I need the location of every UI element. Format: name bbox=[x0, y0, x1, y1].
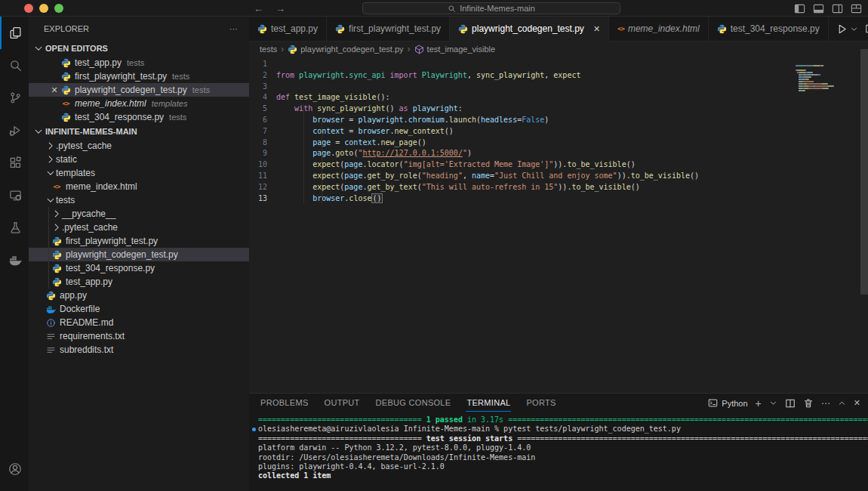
python-icon bbox=[717, 24, 727, 34]
editor-scrollbar[interactable] bbox=[860, 49, 868, 295]
tree-item-meme_index.html[interactable]: <>meme_index.html bbox=[29, 180, 249, 193]
tab-test_304_response.py[interactable]: test_304_response.py bbox=[709, 17, 829, 41]
tab-test_app.py[interactable]: test_app.py bbox=[249, 17, 327, 41]
split-editor-icon[interactable] bbox=[865, 23, 868, 34]
extensions-icon bbox=[9, 156, 22, 169]
minimap[interactable] bbox=[796, 63, 856, 92]
open-editor-meme_index.html[interactable]: <>meme_index.htmltemplates bbox=[29, 97, 249, 110]
tree-item-requirements.txt[interactable]: requirements.txt bbox=[29, 329, 249, 343]
code-line-6: 6 browser = playwright.chromium.launch(h… bbox=[249, 115, 868, 126]
breadcrumb-item-test_image_visible[interactable]: test_image_visible bbox=[414, 45, 496, 54]
close-panel-icon[interactable]: ✕ bbox=[854, 399, 860, 407]
tab-first_playwright_test.py[interactable]: first_playwright_test.py bbox=[327, 17, 450, 41]
terminal-line-2: olesiasheremeta@airuzivlaolesia Infinite… bbox=[258, 425, 868, 434]
accounts-button[interactable] bbox=[0, 452, 29, 485]
zoom-window-button[interactable] bbox=[54, 4, 63, 13]
activity-bar-item-source-control-icon[interactable] bbox=[0, 82, 29, 114]
tab-meme_index.html[interactable]: <>meme_index.html bbox=[609, 17, 709, 41]
panel-tab-ports[interactable]: PORTS bbox=[525, 394, 556, 412]
activity-bar-item-extensions-icon[interactable] bbox=[0, 147, 29, 179]
code-line-11: 11 expect(page.get_by_role("heading", na… bbox=[249, 171, 868, 182]
command-decoration-dot[interactable] bbox=[252, 428, 256, 431]
tree-root-header[interactable]: INFINITE-MEMES-MAIN bbox=[29, 124, 249, 139]
open-editors-header[interactable]: OPEN EDITORS bbox=[29, 41, 249, 56]
tree-item-test_304_response.py[interactable]: test_304_response.py bbox=[29, 261, 249, 275]
open-editor-first_playwright_test.py[interactable]: first_playwright_test.pytests bbox=[29, 69, 249, 83]
line-number: 4 bbox=[249, 92, 276, 103]
activity-bar-item-testing-icon[interactable] bbox=[0, 212, 29, 244]
command-center-search[interactable]: Infinite-Memes-main bbox=[362, 2, 620, 14]
maximize-panel-icon[interactable] bbox=[838, 399, 846, 407]
tree-item-playwright_codegen_test.py[interactable]: playwright_codegen_test.py bbox=[29, 248, 249, 261]
python-icon bbox=[51, 277, 62, 287]
python-icon bbox=[458, 24, 468, 34]
terminal-line-3: ==================================== tes… bbox=[258, 434, 868, 443]
tree-item-tests[interactable]: tests bbox=[29, 193, 249, 207]
tree-item-templates[interactable]: templates bbox=[29, 166, 249, 180]
code-line-1: 1 bbox=[249, 59, 868, 70]
split-terminal-icon[interactable] bbox=[785, 398, 796, 409]
python-icon bbox=[51, 264, 62, 273]
list-icon bbox=[45, 345, 56, 355]
panel-tab-debug-console[interactable]: DEBUG CONSOLE bbox=[375, 394, 452, 412]
breadcrumb-item-tests[interactable]: tests bbox=[260, 45, 277, 54]
panel-more-actions[interactable]: ⋯ bbox=[821, 399, 830, 408]
toggle-sidebar-icon[interactable] bbox=[794, 3, 805, 14]
tree-item-app.py[interactable]: app.py bbox=[29, 289, 249, 302]
toggle-secondary-sidebar-icon[interactable] bbox=[832, 3, 843, 14]
python-icon bbox=[60, 85, 71, 95]
code-editor[interactable]: 12from playwright.sync_api import Playwr… bbox=[249, 57, 868, 393]
breadcrumb-item-playwright_codegen_test.py[interactable]: playwright_codegen_test.py bbox=[288, 45, 403, 54]
customize-layout-icon[interactable] bbox=[851, 3, 862, 14]
kill-terminal-icon[interactable] bbox=[803, 398, 814, 409]
activity-bar-item-run-debug-icon[interactable] bbox=[0, 114, 29, 147]
tree-item-first_playwright_test.py[interactable]: first_playwright_test.py bbox=[29, 234, 249, 248]
activity-bar-item-files-icon[interactable] bbox=[0, 17, 29, 49]
terminal-output[interactable]: ==================================== 1 p… bbox=[249, 412, 868, 491]
code-line-10: 10 expect(page.locator("img[alt='Extract… bbox=[249, 159, 868, 171]
tree-item-README.md[interactable]: README.md bbox=[29, 316, 249, 329]
panel-tab-problems[interactable]: PROBLEMS bbox=[260, 394, 309, 412]
code-line-8: 8 page = context.new_page() bbox=[249, 137, 868, 149]
run-dropdown-icon[interactable] bbox=[850, 25, 858, 33]
python-icon bbox=[51, 236, 62, 246]
open-editor-test_app.py[interactable]: test_app.pytests bbox=[29, 56, 249, 69]
tree-item-.pytest_cache[interactable]: .pytest_cache bbox=[29, 139, 249, 153]
explorer-more-actions[interactable]: ⋯ bbox=[229, 24, 239, 34]
panel-tab-output[interactable]: OUTPUT bbox=[324, 394, 361, 412]
open-editor-playwright_codegen_test.py[interactable]: ✕playwright_codegen_test.pytests bbox=[29, 83, 249, 97]
open-editor-test_304_response.py[interactable]: test_304_response.pytests bbox=[29, 110, 249, 124]
tree-item-.pytest_cache[interactable]: .pytest_cache bbox=[29, 221, 249, 234]
tree-item-static[interactable]: static bbox=[29, 153, 249, 166]
activity-bar-item-search-icon[interactable] bbox=[0, 49, 29, 82]
close-tab-icon[interactable]: ✕ bbox=[593, 24, 600, 34]
terminal-icon bbox=[708, 398, 718, 408]
close-window-button[interactable] bbox=[24, 4, 33, 13]
terminal-line-7: collected 1 item bbox=[258, 471, 868, 480]
minimize-window-button[interactable] bbox=[39, 4, 48, 13]
toggle-panel-icon[interactable] bbox=[813, 3, 824, 14]
terminal-dropdown-icon[interactable] bbox=[769, 399, 777, 407]
tab-playwright_codegen_test.py[interactable]: playwright_codegen_test.py✕ bbox=[450, 17, 609, 42]
close-editor-icon[interactable]: ✕ bbox=[48, 85, 60, 95]
html-icon: <> bbox=[60, 100, 71, 107]
panel-tab-terminal[interactable]: TERMINAL bbox=[466, 394, 511, 412]
account-icon bbox=[8, 462, 23, 477]
terminal-shell-select[interactable]: Python bbox=[708, 398, 747, 408]
tree-item-Dockerfile[interactable]: Dockerfile bbox=[29, 302, 249, 316]
tree-item-__pycache__[interactable]: __pycache__ bbox=[29, 207, 249, 221]
terminal-line-4: platform darwin -- Python 3.12.2, pytest… bbox=[258, 443, 868, 452]
nav-forward-icon[interactable]: → bbox=[275, 3, 285, 14]
editor-actions: ⋯ bbox=[829, 17, 868, 41]
activity-bar-item-remote-explorer-icon[interactable] bbox=[0, 179, 29, 212]
code-line-13: 13 browser.close() bbox=[249, 193, 868, 205]
tree-item-subreddits.txt[interactable]: subreddits.txt bbox=[29, 343, 249, 357]
terminal-line-6: plugins: playwright-0.4.4, base-url-2.1.… bbox=[258, 462, 868, 471]
new-terminal-button[interactable]: + bbox=[756, 398, 762, 409]
tree-item-test_app.py[interactable]: test_app.py bbox=[29, 275, 249, 289]
run-python-file-button[interactable] bbox=[836, 23, 848, 35]
line-number: 1 bbox=[249, 59, 276, 70]
activity-bar-item-docker-icon[interactable] bbox=[0, 244, 29, 276]
remote-explorer-icon bbox=[9, 189, 22, 202]
nav-back-icon[interactable]: ← bbox=[254, 3, 263, 14]
